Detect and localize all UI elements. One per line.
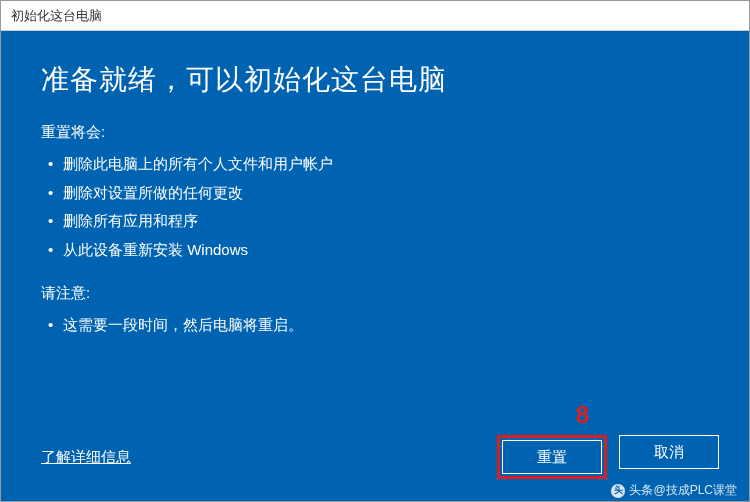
watermark: 头 头条@技成PLC课堂 <box>611 482 737 499</box>
page-heading: 准备就绪，可以初始化这台电脑 <box>41 61 709 99</box>
dialog-window: 初始化这台电脑 准备就绪，可以初始化这台电脑 重置将会: 删除此电脑上的所有个人… <box>0 0 750 502</box>
window-title: 初始化这台电脑 <box>11 7 102 25</box>
content-area: 准备就绪，可以初始化这台电脑 重置将会: 删除此电脑上的所有个人文件和用户帐户 … <box>1 31 749 501</box>
footer: 了解详细信息 重置 取消 <box>41 435 719 479</box>
button-group: 重置 取消 <box>497 435 719 479</box>
cancel-button[interactable]: 取消 <box>619 435 719 469</box>
watermark-icon: 头 <box>611 484 625 498</box>
title-bar: 初始化这台电脑 <box>1 1 749 31</box>
note-section-label: 请注意: <box>41 284 709 303</box>
list-item: 这需要一段时间，然后电脑将重启。 <box>41 311 709 340</box>
list-item: 删除此电脑上的所有个人文件和用户帐户 <box>41 150 709 179</box>
highlight-box: 重置 <box>497 435 607 479</box>
annotation-number: 8 <box>576 401 589 429</box>
note-items-list: 这需要一段时间，然后电脑将重启。 <box>41 311 709 340</box>
reset-section-label: 重置将会: <box>41 123 709 142</box>
reset-items-list: 删除此电脑上的所有个人文件和用户帐户 删除对设置所做的任何更改 删除所有应用和程… <box>41 150 709 264</box>
list-item: 从此设备重新安装 Windows <box>41 236 709 265</box>
list-item: 删除所有应用和程序 <box>41 207 709 236</box>
learn-more-link[interactable]: 了解详细信息 <box>41 448 131 467</box>
reset-button[interactable]: 重置 <box>502 440 602 474</box>
list-item: 删除对设置所做的任何更改 <box>41 179 709 208</box>
watermark-text: 头条@技成PLC课堂 <box>629 482 737 499</box>
